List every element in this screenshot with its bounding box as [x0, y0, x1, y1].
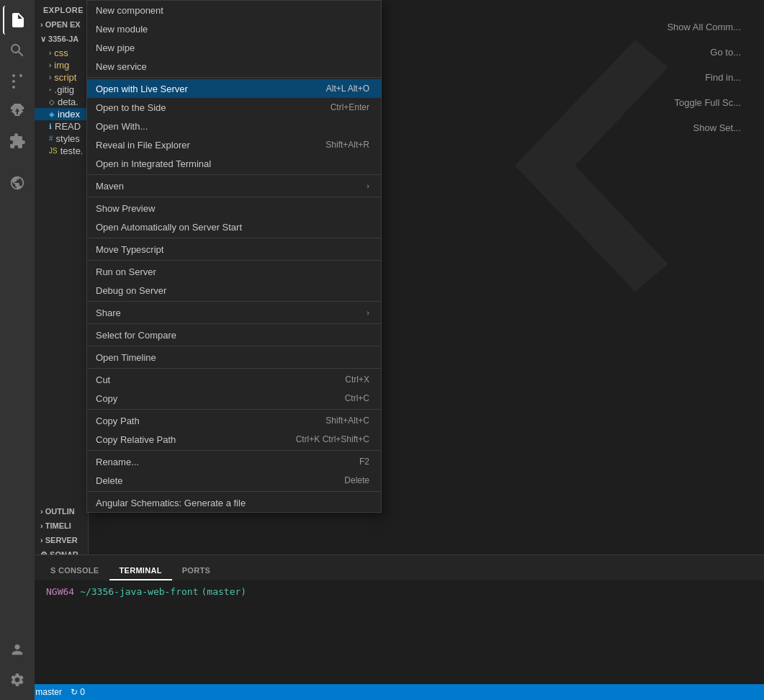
- bottom-panels: S CONSOLE TERMINAL PORTS NGW64 ~/3356-ja…: [35, 555, 764, 684]
- find-command: Find in...: [667, 72, 752, 83]
- file-styles[interactable]: # styles: [35, 133, 88, 145]
- menu-new-component[interactable]: New component: [87, 1, 381, 19]
- outline-section[interactable]: › OUTLIN: [35, 504, 88, 519]
- file-test[interactable]: JS teste.: [35, 145, 88, 157]
- menu-open-auto[interactable]: Open Automatically on Server Start: [87, 217, 381, 236]
- menu-reveal-explorer[interactable]: Reveal in File Explorer Shift+Alt+R: [87, 135, 381, 154]
- extensions-activity-icon[interactable]: [3, 127, 32, 156]
- prompt-prefix: NGW64: [46, 586, 74, 597]
- file-gitignore[interactable]: ◦ .gitig: [35, 84, 88, 96]
- prompt-path-dir: ~/3356-java-web-front: [80, 586, 198, 597]
- context-menu: New component New module New pipe New se…: [86, 0, 382, 513]
- menu-run-on-server[interactable]: Run on Server: [87, 262, 381, 281]
- file-detail[interactable]: ◇ deta.: [35, 96, 88, 108]
- menu-select-compare[interactable]: Select for Compare: [87, 326, 381, 344]
- menu-show-preview[interactable]: Show Preview: [87, 199, 381, 217]
- menu-open-to-side[interactable]: Open to the Side Ctrl+Enter: [87, 98, 381, 117]
- timeline-section[interactable]: › TIMELI: [35, 519, 88, 533]
- settings-activity-icon[interactable]: [3, 665, 32, 694]
- menu-rename[interactable]: Rename... F2: [87, 452, 381, 471]
- menu-open-timeline[interactable]: Open Timeline: [87, 348, 381, 367]
- separator-11: [87, 450, 381, 451]
- terminal-prompt: NGW64 ~/3356-java-web-front (master): [46, 586, 752, 597]
- menu-open-terminal[interactable]: Open in Integrated Terminal: [87, 154, 381, 173]
- tab-ports[interactable]: PORTS: [172, 562, 220, 580]
- menu-copy[interactable]: Copy Ctrl+C: [87, 389, 381, 408]
- separator-4: [87, 238, 381, 238]
- prompt-branch: (master): [202, 586, 247, 597]
- menu-angular-schematics[interactable]: Angular Schematics: Generate a file: [87, 493, 381, 512]
- panel-tabs: S CONSOLE TERMINAL PORTS: [35, 555, 764, 580]
- vscode-watermark: [433, 29, 706, 305]
- menu-move-typescript[interactable]: Move Typescript: [87, 240, 381, 259]
- separator-2: [87, 174, 381, 175]
- separator-12: [87, 491, 381, 492]
- status-sync[interactable]: ↻ 0: [66, 687, 89, 697]
- folder-css[interactable]: › css: [35, 47, 88, 59]
- separator-9: [87, 368, 381, 369]
- search-activity-icon[interactable]: [3, 36, 32, 65]
- menu-debug-on-server[interactable]: Debug on Server: [87, 281, 381, 300]
- open-editors-section[interactable]: › OPEN EX: [35, 17, 88, 32]
- remote-activity-icon[interactable]: [3, 169, 32, 197]
- file-readme[interactable]: ℹ READ: [35, 120, 88, 133]
- menu-new-pipe[interactable]: New pipe: [87, 38, 381, 57]
- menu-open-with[interactable]: Open With...: [87, 117, 381, 135]
- menu-open-live-server[interactable]: Open with Live Server Alt+L Alt+O: [87, 79, 381, 98]
- explorer-title: EXPLORE: [35, 0, 88, 17]
- accounts-activity-icon[interactable]: [3, 635, 32, 664]
- menu-new-service[interactable]: New service: [87, 57, 381, 76]
- separator-10: [87, 409, 381, 410]
- show-all-commands: Show All Comm...: [667, 22, 752, 32]
- goto-command: Go to...: [667, 47, 752, 58]
- source-control-activity-icon[interactable]: [3, 66, 32, 95]
- separator-7: [87, 323, 381, 324]
- folder-img[interactable]: › img: [35, 59, 88, 71]
- debug-activity-icon[interactable]: [3, 97, 32, 125]
- status-bar: ⎇ master ↻ 0: [0, 684, 764, 700]
- menu-cut[interactable]: Cut Ctrl+X: [87, 370, 381, 389]
- separator-3: [87, 197, 381, 197]
- folder-script[interactable]: › script: [35, 71, 88, 84]
- workspace-section[interactable]: ∨ 3356-JA: [35, 32, 88, 47]
- tab-terminal[interactable]: TERMINAL: [109, 562, 172, 580]
- menu-copy-path[interactable]: Copy Path Shift+Alt+C: [87, 411, 381, 430]
- separator-8: [87, 346, 381, 346]
- servers-section[interactable]: › SERVER: [35, 533, 88, 547]
- separator-6: [87, 301, 381, 302]
- command-panel: Show All Comm... Go to... Find in... Tog…: [667, 22, 764, 133]
- toggle-fullscreen: Toggle Full Sc...: [667, 97, 752, 108]
- separator-1: [87, 77, 381, 78]
- separator-5: [87, 260, 381, 261]
- menu-delete[interactable]: Delete Delete: [87, 471, 381, 490]
- show-settings: Show Set...: [667, 122, 752, 133]
- files-activity-icon[interactable]: [3, 6, 32, 35]
- menu-maven[interactable]: Maven ›: [87, 176, 381, 195]
- menu-share[interactable]: Share ›: [87, 303, 381, 322]
- activity-bar: [0, 0, 35, 700]
- tab-console[interactable]: S CONSOLE: [40, 562, 109, 580]
- menu-copy-relative-path[interactable]: Copy Relative Path Ctrl+K Ctrl+Shift+C: [87, 430, 381, 449]
- file-index[interactable]: ◈ index: [35, 108, 88, 120]
- menu-new-module[interactable]: New module: [87, 19, 381, 38]
- terminal-content: NGW64 ~/3356-java-web-front (master): [35, 580, 764, 603]
